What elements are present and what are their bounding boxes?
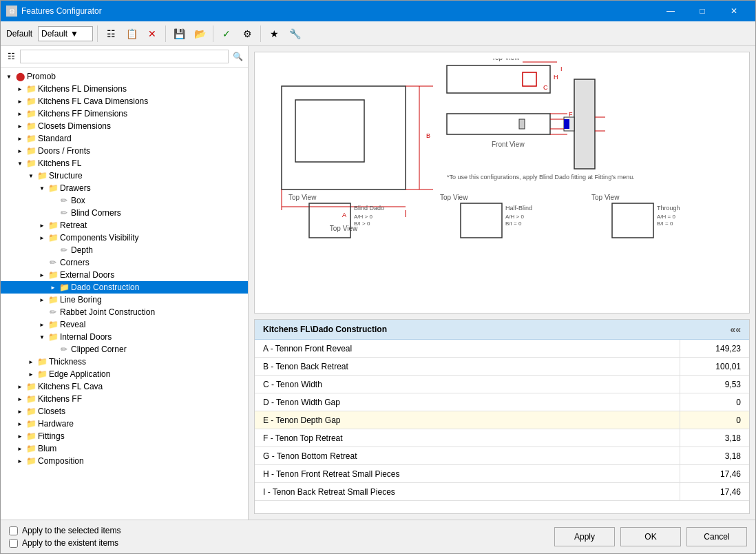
- expander-kitchens-fl[interactable]: ▼: [14, 158, 25, 169]
- profile-dropdown[interactable]: Default ▼: [38, 26, 93, 41]
- label-corners: Corners: [59, 258, 90, 267]
- ok-button[interactable]: OK: [620, 527, 681, 546]
- import-button[interactable]: 📂: [191, 25, 209, 43]
- tree-item-blind-corners[interactable]: ✏ Blind Corners: [1, 207, 248, 219]
- expander-kitchens-fl-cava-dim[interactable]: ►: [14, 96, 25, 107]
- tree-item-reveal[interactable]: ► 📁 Reveal: [1, 318, 248, 331]
- expander-blum[interactable]: ►: [14, 443, 25, 454]
- expander-components-vis[interactable]: ►: [36, 232, 48, 243]
- search-input[interactable]: [20, 50, 229, 63]
- toolbar: Default Default ▼ ☷ 📋 ✕ 💾 📂 ✓ ⚙ ★ 🔧: [1, 21, 755, 46]
- expander-doors-fronts[interactable]: ►: [14, 145, 25, 156]
- checkbox-existent-input[interactable]: [9, 539, 18, 548]
- expander-kitchens-ff[interactable]: ►: [14, 393, 25, 404]
- minimize-button[interactable]: —: [655, 1, 686, 21]
- checkbox-selected-items[interactable]: Apply to the selected items: [9, 526, 120, 535]
- maximize-button[interactable]: □: [686, 1, 718, 21]
- tree-item-external-doors[interactable]: ► 📁 External Doors: [1, 269, 248, 281]
- expander-drawers[interactable]: ▼: [36, 183, 48, 194]
- expander-fittings[interactable]: ►: [14, 431, 25, 442]
- tree-item-components-vis[interactable]: ► 📁 Components Visibility: [1, 232, 248, 244]
- prop-row-h: H - Tenon Front Retreat Small Pieces 17,…: [255, 465, 749, 483]
- expander-promob[interactable]: ▼: [3, 71, 14, 82]
- label-line-boring: Line Boring: [59, 295, 102, 305]
- tree-item-edge-application[interactable]: ► 📁 Edge Application: [1, 368, 248, 380]
- expander-kitchens-fl-dim[interactable]: ►: [14, 83, 25, 94]
- tree-item-closets-dim[interactable]: ► 📁 Closets Dimensions: [1, 120, 248, 132]
- check-button[interactable]: ✓: [218, 25, 235, 43]
- close-button[interactable]: ✕: [718, 1, 750, 21]
- apply-button[interactable]: Apply: [554, 527, 615, 546]
- expander-structure[interactable]: ▼: [25, 170, 36, 181]
- tree-item-closets[interactable]: ► 📁 Closets: [1, 405, 248, 418]
- tree-item-retreat[interactable]: ► 📁 Retreat: [1, 219, 248, 232]
- delete-button[interactable]: ✕: [143, 25, 161, 43]
- expander-kitchens-fl-cava[interactable]: ►: [14, 381, 25, 392]
- copy-button[interactable]: 📋: [123, 25, 140, 43]
- cancel-button[interactable]: Cancel: [686, 527, 747, 546]
- prop-value-e[interactable]: 0: [680, 411, 749, 429]
- tree-item-clipped-corner[interactable]: ✏ Clipped Corner: [1, 343, 248, 356]
- expander-thickness[interactable]: ►: [25, 356, 36, 367]
- wrench-button[interactable]: 🔧: [286, 25, 304, 43]
- grid-button[interactable]: ☷: [102, 25, 120, 43]
- save-button[interactable]: 💾: [170, 25, 188, 43]
- label-thickness: Thickness: [48, 357, 86, 367]
- expander-standard[interactable]: ►: [14, 133, 25, 144]
- prop-value-d[interactable]: 0: [680, 393, 749, 411]
- expander-closets-dim[interactable]: ►: [14, 121, 25, 132]
- window-title: Features Configurator: [21, 6, 102, 16]
- svg-text:A/H > 0: A/H > 0: [354, 214, 372, 220]
- tree-item-drawers[interactable]: ▼ 📁 Drawers: [1, 182, 248, 194]
- wand-button[interactable]: ★: [265, 25, 283, 43]
- tree-item-rabbet-joint[interactable]: ✏ Rabbet Joint Construction: [1, 306, 248, 318]
- expander-reveal[interactable]: ►: [36, 319, 48, 330]
- settings-button[interactable]: ⚙: [238, 25, 256, 43]
- expander-retreat[interactable]: ►: [36, 220, 48, 231]
- tree-item-blum[interactable]: ► 📁 Blum: [1, 442, 248, 455]
- prop-value-h[interactable]: 17,46: [680, 465, 749, 482]
- tree-item-standard[interactable]: ► 📁 Standard: [1, 132, 248, 145]
- toolbar-separator-1: [97, 25, 98, 42]
- tree-item-kitchens-fl-cava-dim[interactable]: ► 📁 Kitchens FL Cava Dimensions: [1, 95, 248, 107]
- label-closets-dim: Closets Dimensions: [36, 121, 111, 131]
- expander-closets[interactable]: ►: [14, 406, 25, 417]
- search-magnify-icon[interactable]: 🔍: [230, 49, 245, 64]
- tree-item-corners[interactable]: ✏ Corners: [1, 256, 248, 269]
- label-kitchens-ff-dim: Kitchens FF Dimensions: [36, 109, 127, 119]
- expander-dado-construction[interactable]: ►: [48, 282, 59, 293]
- expander-composition[interactable]: ►: [14, 455, 25, 466]
- prop-value-i[interactable]: 17,46: [680, 483, 749, 500]
- expander-edge-application[interactable]: ►: [25, 369, 36, 380]
- tree-item-promob[interactable]: ▼ ⬤ Promob: [1, 70, 248, 83]
- prop-value-a[interactable]: 149,23: [680, 340, 749, 357]
- collapse-button[interactable]: ««: [730, 324, 741, 335]
- prop-value-f[interactable]: 3,18: [680, 429, 749, 447]
- checkbox-selected-input[interactable]: [9, 526, 18, 535]
- tree-item-hardware[interactable]: ► 📁 Hardware: [1, 418, 248, 430]
- expander-external-doors[interactable]: ►: [36, 269, 48, 280]
- prop-value-g[interactable]: 3,18: [680, 447, 749, 464]
- tree-item-internal-doors[interactable]: ▼ 📁 Internal Doors: [1, 331, 248, 343]
- expander-internal-doors[interactable]: ▼: [36, 331, 48, 342]
- tree-item-box[interactable]: ✏ Box: [1, 194, 248, 207]
- tree-item-kitchens-ff-dim[interactable]: ► 📁 Kitchens FF Dimensions: [1, 107, 248, 120]
- expander-line-boring[interactable]: ►: [36, 294, 48, 305]
- prop-value-c[interactable]: 9,53: [680, 376, 749, 393]
- tree-item-depth[interactable]: ✏ Depth: [1, 244, 248, 256]
- checkbox-existent-items[interactable]: Apply to the existent items: [9, 538, 120, 548]
- tree-item-kitchens-fl-cava[interactable]: ► 📁 Kitchens FL Cava: [1, 380, 248, 393]
- expander-hardware[interactable]: ►: [14, 418, 25, 429]
- tree-item-dado-construction[interactable]: ► 📁 Dado Construction: [1, 281, 248, 294]
- tree-item-thickness[interactable]: ► 📁 Thickness: [1, 356, 248, 368]
- prop-value-b[interactable]: 100,01: [680, 358, 749, 375]
- tree-item-structure[interactable]: ▼ 📁 Structure: [1, 170, 248, 182]
- tree-item-line-boring[interactable]: ► 📁 Line Boring: [1, 294, 248, 306]
- tree-item-doors-fronts[interactable]: ► 📁 Doors / Fronts: [1, 145, 248, 157]
- tree-item-kitchens-ff[interactable]: ► 📁 Kitchens FF: [1, 393, 248, 405]
- tree-item-composition[interactable]: ► 📁 Composition: [1, 455, 248, 467]
- tree-item-kitchens-fl-dim[interactable]: ► 📁 Kitchens FL Dimensions: [1, 83, 248, 95]
- tree-item-kitchens-fl[interactable]: ▼ 📁 Kitchens FL: [1, 157, 248, 170]
- tree-item-fittings[interactable]: ► 📁 Fittings: [1, 430, 248, 442]
- expander-kitchens-ff-dim[interactable]: ►: [14, 108, 25, 119]
